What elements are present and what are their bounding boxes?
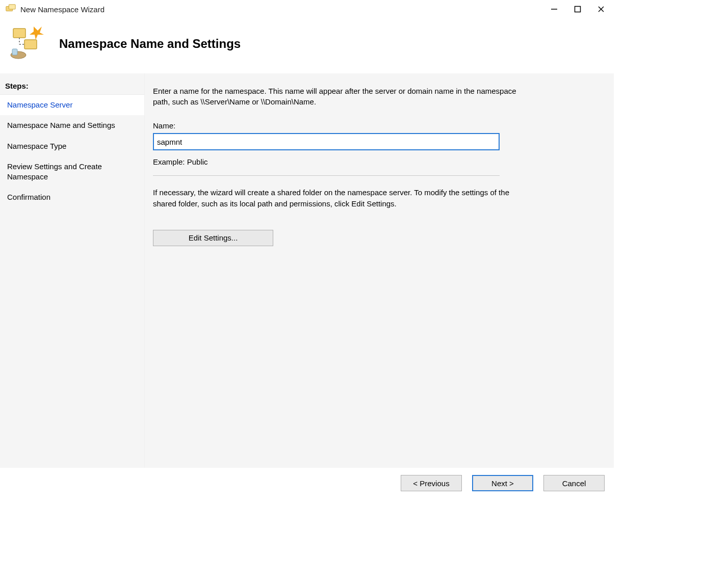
page-title: Namespace Name and Settings <box>59 37 241 51</box>
separator <box>153 175 500 176</box>
wizard-header: Namespace Name and Settings <box>0 18 614 73</box>
step-label: Namespace Server <box>7 100 72 109</box>
note-text: If necessary, the wizard will create a s… <box>153 187 510 209</box>
minimize-button[interactable] <box>542 1 566 17</box>
next-button[interactable]: Next > <box>472 475 533 491</box>
svg-rect-7 <box>24 40 37 49</box>
step-label: Review Settings and Create Namespace <box>7 162 102 181</box>
svg-rect-1 <box>9 5 15 9</box>
wizard-window: New Namespace Wizard Na <box>0 0 614 499</box>
step-confirmation[interactable]: Confirmation <box>0 187 144 207</box>
step-namespace-server[interactable]: Namespace Server <box>0 95 144 115</box>
wizard-icon <box>5 4 16 15</box>
svg-rect-12 <box>12 49 17 55</box>
window-controls <box>542 1 613 17</box>
previous-button[interactable]: < Previous <box>401 475 462 491</box>
description-text: Enter a name for the namespace. This nam… <box>153 86 520 107</box>
step-namespace-name-settings[interactable]: Namespace Name and Settings <box>0 115 144 136</box>
steps-sidebar: Steps: Namespace Server Namespace Name a… <box>0 73 145 468</box>
edit-settings-button[interactable]: Edit Settings... <box>153 230 273 246</box>
svg-rect-3 <box>575 7 581 12</box>
step-namespace-type[interactable]: Namespace Type <box>0 136 144 156</box>
content-panel: Enter a name for the namespace. This nam… <box>145 73 614 468</box>
example-label: Example: Public <box>153 157 599 166</box>
cancel-button[interactable]: Cancel <box>543 475 605 491</box>
steps-header: Steps: <box>0 77 144 95</box>
namespace-icon <box>9 25 46 62</box>
step-label: Confirmation <box>7 193 50 201</box>
titlebar: New Namespace Wizard <box>0 0 614 18</box>
step-label: Namespace Type <box>7 142 66 150</box>
step-label: Namespace Name and Settings <box>7 121 115 129</box>
svg-rect-6 <box>13 29 25 38</box>
namespace-name-input[interactable] <box>153 133 500 150</box>
window-title: New Namespace Wizard <box>20 5 542 14</box>
wizard-body: Steps: Namespace Server Namespace Name a… <box>0 73 614 468</box>
name-label: Name: <box>153 121 599 130</box>
svg-marker-10 <box>30 26 44 40</box>
close-button[interactable] <box>589 1 613 17</box>
wizard-footer: < Previous Next > Cancel <box>0 468 614 499</box>
step-review-create[interactable]: Review Settings and Create Namespace <box>0 156 144 188</box>
maximize-button[interactable] <box>566 1 589 17</box>
